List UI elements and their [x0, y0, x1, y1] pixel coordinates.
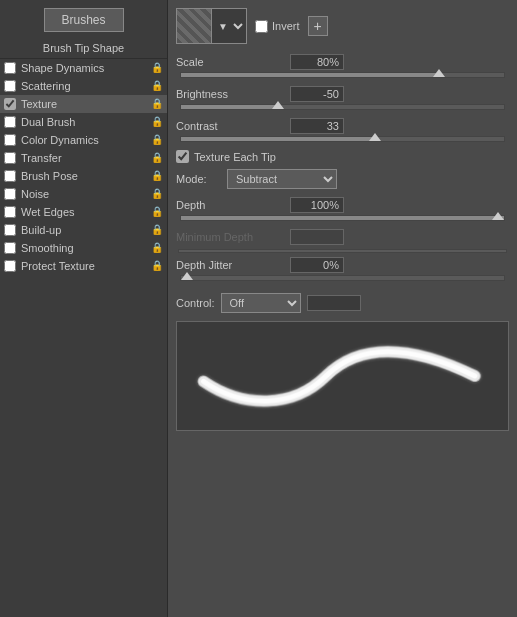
scale-row: Scale	[176, 54, 509, 70]
brush-pose-checkbox[interactable]	[4, 170, 16, 182]
contrast-slider-thumb[interactable]	[369, 133, 381, 141]
lock-icon-10: 🔒	[151, 224, 163, 236]
sidebar-item-build-up[interactable]: Build-up 🔒	[0, 221, 167, 239]
texture-each-tip-row: Texture Each Tip	[176, 150, 509, 163]
top-bar: ▼ Invert +	[176, 8, 509, 44]
texture-checkbox[interactable]	[4, 98, 16, 110]
mode-row: Mode: Subtract Multiply Overlay Hard Lig…	[176, 169, 509, 189]
min-depth-slider	[178, 249, 507, 253]
sidebar-item-texture[interactable]: Texture 🔒	[0, 95, 167, 113]
mode-select[interactable]: Subtract Multiply Overlay Hard Light Sof…	[227, 169, 337, 189]
brush-pose-label: Brush Pose	[21, 170, 149, 182]
texture-label: Texture	[21, 98, 149, 110]
brushes-button[interactable]: Brushes	[44, 8, 124, 32]
depth-slider-container[interactable]	[176, 215, 509, 221]
shape-dynamics-label: Shape Dynamics	[21, 62, 149, 74]
color-dynamics-label: Color Dynamics	[21, 134, 149, 146]
depth-input[interactable]	[290, 197, 344, 213]
lock-icon-5: 🔒	[151, 134, 163, 146]
sidebar-item-brush-pose[interactable]: Brush Pose 🔒	[0, 167, 167, 185]
smoothing-checkbox[interactable]	[4, 242, 16, 254]
protect-texture-checkbox[interactable]	[4, 260, 16, 272]
color-dynamics-checkbox[interactable]	[4, 134, 16, 146]
contrast-input[interactable]	[290, 118, 344, 134]
invert-row: Invert	[255, 20, 300, 33]
sidebar-item-dual-brush[interactable]: Dual Brush 🔒	[0, 113, 167, 131]
min-depth-input	[290, 229, 344, 245]
lock-icon-9: 🔒	[151, 206, 163, 218]
transfer-checkbox[interactable]	[4, 152, 16, 164]
contrast-slider-fill	[181, 137, 375, 141]
depth-slider-thumb[interactable]	[492, 212, 504, 220]
brush-preview-area	[176, 321, 509, 431]
sidebar-item-wet-edges[interactable]: Wet Edges 🔒	[0, 203, 167, 221]
texture-each-tip-checkbox[interactable]	[176, 150, 189, 163]
lock-icon-4: 🔒	[151, 116, 163, 128]
sidebar-item-smoothing[interactable]: Smoothing 🔒	[0, 239, 167, 257]
min-depth-row: Minimum Depth	[176, 229, 509, 245]
texture-thumbnail[interactable]	[176, 8, 212, 44]
depth-jitter-slider-thumb[interactable]	[181, 272, 193, 280]
contrast-row: Contrast	[176, 118, 509, 134]
depth-label: Depth	[176, 199, 286, 211]
invert-label: Invert	[272, 20, 300, 32]
depth-jitter-row: Depth Jitter	[176, 257, 509, 273]
scale-slider-thumb[interactable]	[433, 69, 445, 77]
depth-jitter-slider-track[interactable]	[180, 275, 505, 281]
noise-checkbox[interactable]	[4, 188, 16, 200]
lock-icon-6: 🔒	[151, 152, 163, 164]
contrast-slider-container[interactable]	[176, 136, 509, 142]
brush-tip-shape-title: Brush Tip Shape	[0, 40, 167, 59]
depth-slider-track[interactable]	[180, 215, 505, 221]
contrast-slider-track[interactable]	[180, 136, 505, 142]
transfer-label: Transfer	[21, 152, 149, 164]
control-row: Control: Off Fade Pen Pressure Pen Tilt …	[176, 293, 509, 313]
sidebar-item-transfer[interactable]: Transfer 🔒	[0, 149, 167, 167]
brightness-slider-container[interactable]	[176, 104, 509, 110]
brightness-slider-track[interactable]	[180, 104, 505, 110]
lock-icon: 🔒	[151, 62, 163, 74]
wet-edges-label: Wet Edges	[21, 206, 149, 218]
scale-input[interactable]	[290, 54, 344, 70]
add-button[interactable]: +	[308, 16, 328, 36]
scale-slider-container[interactable]	[176, 72, 509, 78]
sidebar: Brushes Brush Tip Shape Shape Dynamics 🔒…	[0, 0, 168, 617]
protect-texture-label: Protect Texture	[21, 260, 149, 272]
scale-label: Scale	[176, 56, 286, 68]
brush-preview-canvas	[177, 322, 508, 430]
mode-label: Mode:	[176, 173, 221, 185]
lock-icon-12: 🔒	[151, 260, 163, 272]
shape-dynamics-checkbox[interactable]	[4, 62, 16, 74]
control-label: Control:	[176, 297, 215, 309]
depth-jitter-input[interactable]	[290, 257, 344, 273]
scale-slider-fill	[181, 73, 439, 77]
lock-icon-8: 🔒	[151, 188, 163, 200]
scattering-checkbox[interactable]	[4, 80, 16, 92]
invert-checkbox[interactable]	[255, 20, 268, 33]
sidebar-item-scattering[interactable]: Scattering 🔒	[0, 77, 167, 95]
brightness-slider-fill	[181, 105, 278, 109]
lock-icon-3: 🔒	[151, 98, 163, 110]
texture-dropdown[interactable]: ▼	[212, 8, 247, 44]
build-up-checkbox[interactable]	[4, 224, 16, 236]
control-select[interactable]: Off Fade Pen Pressure Pen Tilt Stylus Wh…	[221, 293, 301, 313]
texture-each-tip-label: Texture Each Tip	[194, 151, 276, 163]
wet-edges-checkbox[interactable]	[4, 206, 16, 218]
sidebar-item-shape-dynamics[interactable]: Shape Dynamics 🔒	[0, 59, 167, 77]
smoothing-label: Smoothing	[21, 242, 149, 254]
contrast-label: Contrast	[176, 120, 286, 132]
dual-brush-label: Dual Brush	[21, 116, 149, 128]
lock-icon-11: 🔒	[151, 242, 163, 254]
noise-label: Noise	[21, 188, 149, 200]
sidebar-item-color-dynamics[interactable]: Color Dynamics 🔒	[0, 131, 167, 149]
depth-jitter-slider-container[interactable]	[176, 275, 509, 281]
main-panel: ▼ Invert + Scale Brightness	[168, 0, 517, 617]
brightness-row: Brightness	[176, 86, 509, 102]
sidebar-item-protect-texture[interactable]: Protect Texture 🔒	[0, 257, 167, 275]
dual-brush-checkbox[interactable]	[4, 116, 16, 128]
sidebar-item-noise[interactable]: Noise 🔒	[0, 185, 167, 203]
scale-slider-track[interactable]	[180, 72, 505, 78]
brightness-input[interactable]	[290, 86, 344, 102]
scattering-label: Scattering	[21, 80, 149, 92]
brightness-slider-thumb[interactable]	[272, 101, 284, 109]
